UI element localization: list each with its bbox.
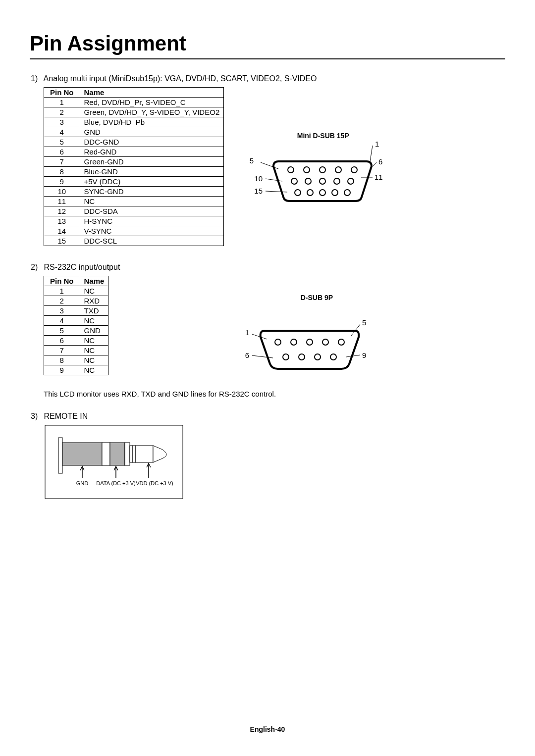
svg-rect-40: [130, 446, 133, 462]
remote-label: GND: [76, 480, 89, 486]
section1-heading-text: Analog multi input (MiniDsub15p): VGA, D…: [44, 74, 317, 83]
table-row: 2Green, DVD/HD_Y, S-VIDEO_Y, VIDEO2: [44, 107, 224, 117]
svg-line-5: [266, 191, 287, 192]
page-title: Pin Assignment: [30, 32, 505, 59]
section2-heading-text: RS-232C input/output: [44, 263, 120, 271]
section2-th-pin: Pin No: [44, 276, 80, 286]
callout: 9: [362, 351, 366, 359]
table-row: 11NC: [44, 197, 224, 206]
table-row: 5GND: [44, 326, 108, 336]
callout: 11: [374, 173, 383, 181]
table-row: 7NC: [44, 346, 108, 355]
svg-line-0: [370, 146, 373, 161]
table-row: 3TXD: [44, 306, 108, 316]
table-row: 10SYNC-GND: [44, 187, 224, 197]
svg-point-12: [305, 178, 311, 184]
callout: 6: [378, 157, 382, 166]
section1-heading: 1) Analog multi input (MiniDsub15p): VGA…: [30, 74, 505, 83]
svg-point-20: [344, 190, 350, 196]
table-row: 13H-SYNC: [44, 216, 224, 226]
page-footer: English-40: [0, 725, 535, 733]
dsub9p-diagram: D-SUB 9P 1 6 5 9: [237, 294, 396, 383]
table-row: 6NC: [44, 336, 108, 346]
table-row: 6Red-GND: [44, 147, 224, 157]
table-row: 5DDC-GND: [44, 137, 224, 147]
svg-rect-42: [136, 446, 153, 462]
callout: 10: [255, 174, 263, 183]
table-row: 9NC: [44, 365, 108, 375]
svg-point-16: [295, 190, 301, 196]
svg-point-6: [288, 167, 294, 173]
svg-point-17: [307, 190, 313, 196]
svg-point-28: [322, 339, 328, 345]
svg-point-19: [332, 190, 338, 196]
remote-in-icon: GND DATA (DC +3 V) VDD (DC +3 V): [45, 425, 183, 499]
svg-rect-39: [125, 443, 130, 465]
section1-table: Pin No Name 1Red, DVD/HD_Pr, S-VIDEO_C 2…: [44, 87, 224, 246]
svg-rect-35: [58, 438, 62, 473]
section1-number: 1): [31, 74, 42, 83]
svg-line-4: [266, 179, 282, 181]
svg-line-3: [261, 162, 278, 169]
svg-point-11: [291, 178, 297, 184]
callout: 1: [245, 328, 249, 337]
section2-number: 2): [31, 263, 42, 272]
svg-rect-36: [62, 443, 102, 465]
section2-note: This LCD monitor uses RXD, TXD and GND l…: [30, 390, 505, 398]
table-row: 12DDC-SDA: [44, 206, 224, 216]
mini-dsub15p-icon: 1 6 11 5 10 15: [244, 142, 402, 216]
dsub9p-title: D-SUB 9P: [237, 294, 396, 302]
svg-point-10: [351, 167, 357, 173]
dsub9p-icon: 1 6 5 9: [237, 303, 396, 383]
table-row: 14V-SYNC: [44, 226, 224, 236]
svg-point-15: [348, 178, 354, 184]
svg-point-14: [334, 178, 340, 184]
table-row: 7Green-GND: [44, 157, 224, 167]
svg-point-9: [335, 167, 341, 173]
section1-th-name: Name: [80, 88, 224, 98]
svg-line-22: [252, 355, 273, 358]
svg-rect-37: [102, 443, 110, 465]
table-row: 2RXD: [44, 296, 108, 306]
svg-point-25: [275, 339, 281, 345]
mini-dsub15p-title: Mini D-SUB 15P: [244, 132, 402, 140]
svg-point-13: [320, 178, 325, 184]
svg-rect-38: [110, 443, 125, 465]
svg-point-31: [299, 354, 305, 360]
remote-label: VDD (DC +3 V): [136, 480, 173, 486]
callout: 15: [255, 187, 263, 195]
svg-point-8: [320, 167, 325, 173]
section3-heading: 3) REMOTE IN: [31, 412, 505, 421]
svg-rect-41: [133, 446, 136, 462]
svg-point-30: [283, 354, 289, 360]
section2-table: Pin No Name 1NC 2RXD 3TXD 4NC 5GND 6NC 7…: [44, 276, 108, 375]
table-row: 8NC: [44, 355, 108, 365]
callout: 5: [250, 156, 254, 165]
callout: 5: [362, 318, 366, 327]
table-row: 1NC: [44, 286, 108, 296]
svg-point-26: [291, 339, 297, 345]
section1-th-pin: Pin No: [44, 88, 80, 98]
table-row: 4NC: [44, 316, 108, 326]
svg-point-33: [330, 354, 336, 360]
table-row: 1Red, DVD/HD_Pr, S-VIDEO_C: [44, 98, 224, 107]
mini-dsub15p-diagram: Mini D-SUB 15P 1 6 11 5 10 15: [244, 132, 402, 216]
table-row: 4GND: [44, 127, 224, 137]
table-row: 9+5V (DDC): [44, 177, 224, 187]
section3-number: 3): [31, 412, 42, 421]
svg-point-29: [338, 339, 344, 345]
table-row: 15DDC-SCL: [44, 236, 224, 246]
svg-point-18: [320, 190, 325, 196]
callout: 6: [245, 351, 249, 359]
callout: 1: [375, 142, 379, 148]
svg-point-32: [315, 354, 321, 360]
section3-heading-text: REMOTE IN: [44, 412, 88, 420]
svg-point-27: [307, 339, 313, 345]
section2-heading: 2) RS-232C input/output: [30, 263, 505, 272]
section2-th-name: Name: [80, 276, 108, 286]
table-row: 8Blue-GND: [44, 167, 224, 177]
remote-label: DATA (DC +3 V): [96, 480, 135, 486]
svg-point-7: [304, 167, 310, 173]
table-row: 3Blue, DVD/HD_Pb: [44, 117, 224, 127]
